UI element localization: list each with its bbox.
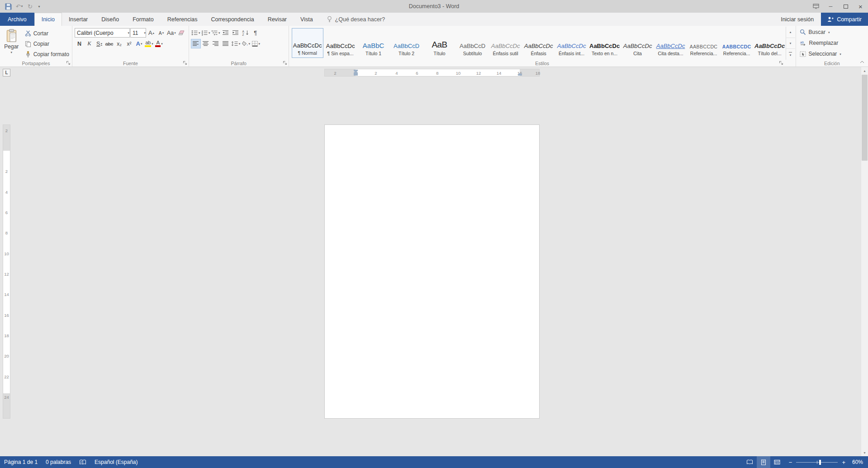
cut-button[interactable]: Cortar xyxy=(23,28,71,38)
styles-gallery-more-button[interactable]: ▾ xyxy=(786,49,795,60)
justify-button[interactable] xyxy=(221,39,231,48)
italic-button[interactable]: K xyxy=(85,39,94,48)
subscript-button[interactable]: x₂ xyxy=(114,39,124,48)
collapse-ribbon-button[interactable] xyxy=(859,59,866,65)
copy-button[interactable]: Copiar xyxy=(23,38,71,49)
sort-button[interactable]: AZ xyxy=(241,28,251,38)
superscript-button[interactable]: x² xyxy=(124,39,134,48)
style-texto-en-negrita[interactable]: AaBbCcDcTexto en n... xyxy=(589,28,621,58)
bullets-button[interactable]: ▾ xyxy=(191,28,201,38)
zoom-in-button[interactable]: + xyxy=(842,459,845,465)
align-right-button[interactable] xyxy=(211,39,221,48)
style-sin-espaciado[interactable]: AaBbCcDc¶ Sin espa... xyxy=(325,28,356,58)
style-cita[interactable]: AaBbCcDcCita xyxy=(622,28,654,58)
scrollbar-up-arrow[interactable]: ▴ xyxy=(861,67,868,74)
tell-me-box[interactable]: ¿Qué desea hacer? xyxy=(327,13,385,26)
shrink-font-button[interactable]: A▾ xyxy=(157,28,166,38)
ribbon-display-options-button[interactable] xyxy=(808,0,823,13)
fuente-dialog-launcher[interactable] xyxy=(182,60,188,66)
style-titulo-del-libro[interactable]: AaBbCcDcTítulo del... xyxy=(754,28,786,58)
style-subtitulo[interactable]: AaBbCcDSubtítulo xyxy=(457,28,489,58)
style-cita-destacada[interactable]: AaBbCcDcCita desta... xyxy=(655,28,687,58)
style-titulo-2[interactable]: AaBbCcDTítulo 2 xyxy=(391,28,422,58)
style-referencia-sutil[interactable]: AABBCCDCReferencia... xyxy=(688,28,720,58)
change-case-button[interactable]: Aa▾ xyxy=(166,28,176,38)
parrafo-dialog-launcher[interactable] xyxy=(282,60,288,66)
paste-button[interactable]: Pegar ▾ xyxy=(0,27,23,60)
scrollbar-thumb[interactable] xyxy=(862,75,868,161)
select-button[interactable]: Seleccionar ▾ xyxy=(800,48,868,59)
bold-button[interactable]: N xyxy=(75,39,84,48)
zoom-slider[interactable] xyxy=(796,462,838,463)
shading-button[interactable]: ▾ xyxy=(241,39,251,48)
vertical-ruler[interactable]: 2 2 4 6 8 10 12 14 16 18 20 22 24 xyxy=(3,124,10,419)
replace-button[interactable]: ab Reemplazar xyxy=(800,38,868,48)
zoom-slider-thumb[interactable] xyxy=(819,460,821,465)
align-center-button[interactable] xyxy=(201,39,211,48)
tab-vista[interactable]: Vista xyxy=(294,13,320,26)
style-enfasis[interactable]: AaBbCcDcÉnfasis xyxy=(523,28,555,58)
scrollbar-down-arrow[interactable]: ▾ xyxy=(861,449,868,456)
text-effects-button[interactable]: A▾ xyxy=(134,39,144,48)
share-button[interactable]: Compartir xyxy=(821,13,868,26)
tab-archivo[interactable]: Archivo xyxy=(0,13,34,26)
web-layout-button[interactable] xyxy=(770,456,784,468)
font-color-button[interactable]: A ▾ xyxy=(154,39,164,48)
minimize-button[interactable]: ─ xyxy=(823,0,838,13)
tab-diseno[interactable]: Diseño xyxy=(95,13,126,26)
tab-stop-selector[interactable]: L xyxy=(3,69,10,76)
align-left-button[interactable] xyxy=(191,39,201,48)
style-referencia-intensa[interactable]: AABBCCDCReferencia... xyxy=(721,28,753,58)
proofing-status[interactable] xyxy=(75,456,90,468)
font-name-combo[interactable]: Calibri (Cuerpo ▾ xyxy=(75,28,130,38)
tab-referencias[interactable]: Referencias xyxy=(161,13,204,26)
document-page[interactable] xyxy=(324,124,540,419)
zoom-level[interactable]: 60% xyxy=(849,459,863,465)
estilos-dialog-launcher[interactable] xyxy=(778,60,784,66)
customize-qat-button[interactable]: ▾ xyxy=(36,1,43,12)
horizontal-ruler[interactable]: 2 2 4 6 8 10 12 14 16 18 xyxy=(324,69,540,76)
word-count[interactable]: 0 palabras xyxy=(42,456,75,468)
maximize-button[interactable] xyxy=(838,0,853,13)
save-button[interactable] xyxy=(3,1,14,12)
underline-button[interactable]: S▾ xyxy=(95,39,104,48)
grow-font-button[interactable]: A▴ xyxy=(147,28,156,38)
line-spacing-button[interactable]: ▾ xyxy=(231,39,241,48)
tab-insertar[interactable]: Insertar xyxy=(62,13,95,26)
read-mode-button[interactable] xyxy=(743,456,757,468)
vertical-scrollbar[interactable]: ▴ ▾ xyxy=(861,67,868,456)
style-normal[interactable]: AaBbCcDc¶ Normal xyxy=(292,28,323,58)
clear-formatting-button[interactable] xyxy=(177,28,186,38)
style-titulo[interactable]: AaBTítulo xyxy=(424,28,455,58)
styles-scroll-down-button[interactable]: ▾ xyxy=(786,38,795,49)
sign-in-button[interactable]: Iniciar sesión xyxy=(773,13,821,26)
repeat-button[interactable]: ↻ xyxy=(25,1,35,12)
find-button[interactable]: Buscar ▾ xyxy=(800,27,868,38)
format-painter-button[interactable]: Copiar formato xyxy=(23,49,71,59)
show-paragraph-marks-button[interactable]: ¶ xyxy=(251,28,261,38)
left-indent-marker[interactable] xyxy=(354,74,358,76)
increase-indent-button[interactable] xyxy=(231,28,241,38)
zoom-out-button[interactable]: − xyxy=(789,459,792,465)
style-enfasis-intenso[interactable]: AaBbCcDcÉnfasis int... xyxy=(556,28,588,58)
strikethrough-button[interactable]: abc xyxy=(104,39,114,48)
highlight-color-button[interactable]: ab ▾ xyxy=(144,39,154,48)
print-layout-button[interactable] xyxy=(757,456,770,468)
style-titulo-1[interactable]: AaBbCTítulo 1 xyxy=(358,28,389,58)
tab-revisar[interactable]: Revisar xyxy=(261,13,294,26)
undo-button[interactable]: ↶▾ xyxy=(14,1,24,12)
tab-correspondencia[interactable]: Correspondencia xyxy=(204,13,261,26)
borders-button[interactable]: ▾ xyxy=(251,39,261,48)
styles-scroll-up-button[interactable]: ▴ xyxy=(786,27,795,38)
multilevel-list-button[interactable]: ▾ xyxy=(211,28,221,38)
tab-inicio[interactable]: Inicio xyxy=(34,13,62,26)
decrease-indent-button[interactable] xyxy=(221,28,231,38)
numbering-button[interactable]: ▾ xyxy=(201,28,211,38)
page-count[interactable]: Página 1 de 1 xyxy=(0,456,42,468)
language-status[interactable]: Español (España) xyxy=(90,456,142,468)
style-enfasis-sutil[interactable]: AaBbCcDcÉnfasis sutil xyxy=(490,28,522,58)
portapapeles-dialog-launcher[interactable] xyxy=(66,60,71,66)
tab-formato[interactable]: Formato xyxy=(126,13,161,26)
close-button[interactable]: × xyxy=(853,0,868,13)
font-size-combo[interactable]: 11 ▾ xyxy=(130,28,146,38)
